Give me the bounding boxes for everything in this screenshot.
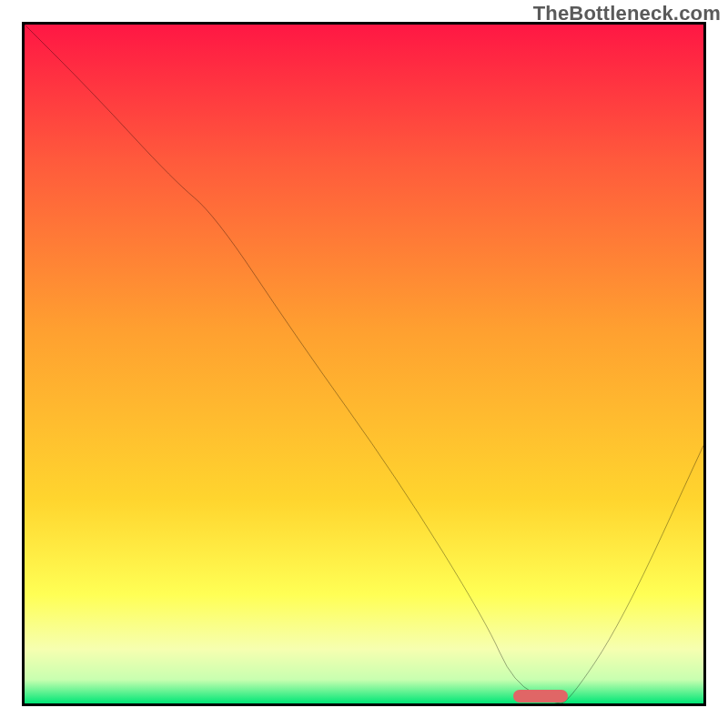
plot-area: [22, 22, 706, 706]
chart-frame: TheBottleneck.com: [0, 0, 728, 728]
optimal-range-marker: [513, 690, 568, 703]
bottleneck-curve: [25, 25, 703, 703]
